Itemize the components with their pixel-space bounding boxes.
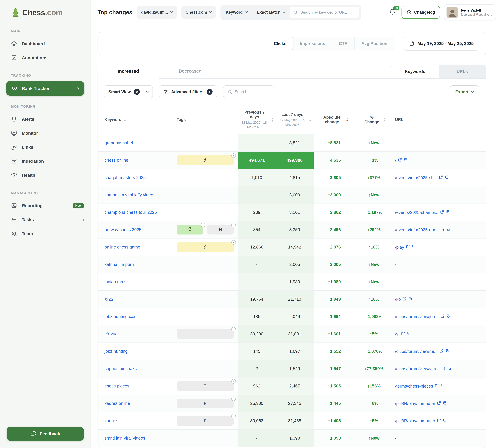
changelog-button[interactable]: Changelog — [401, 6, 440, 19]
tab-increased[interactable]: Increased — [98, 64, 159, 78]
url-link[interactable]: /events/info/2025-sh... — [395, 175, 437, 180]
tab-urls[interactable]: URLs — [439, 65, 486, 78]
column-header-previous[interactable]: Previous 7 days12 May 2025 - 18 May 2025… — [238, 105, 276, 134]
external-link-icon[interactable] — [435, 384, 439, 389]
keyword-tag[interactable]: − — [177, 225, 203, 235]
sidebar-item-indexation[interactable]: Indexation — [0, 154, 91, 168]
keyword-link[interactable]: xadrez online — [104, 401, 130, 406]
url-link[interactable]: /play — [395, 245, 404, 250]
sidebar-item-health[interactable]: Health — [0, 168, 91, 182]
keyword-link[interactable]: katrina lim porn — [104, 262, 134, 267]
global-search-input[interactable] — [300, 10, 356, 15]
remove-tag-icon[interactable]: − — [231, 240, 236, 245]
sidebar-item-dashboard[interactable]: Dashboard — [0, 37, 91, 51]
external-link-icon[interactable] — [401, 332, 405, 336]
keyword-link[interactable]: xadrez — [104, 418, 117, 423]
date-range-picker[interactable]: May 19, 2025 - May 25, 2025 — [404, 37, 479, 50]
property-dropdown[interactable]: Chess.com — [182, 6, 216, 19]
sort-icon-active[interactable]: ▲▼ — [346, 117, 349, 122]
sort-icon[interactable]: ▲▼ — [309, 117, 311, 122]
keyword-link[interactable]: norway chess 2025 — [104, 227, 141, 232]
keyword-link[interactable]: 체스 — [104, 297, 113, 302]
keyword-link[interactable]: sharjah masters 2025 — [104, 175, 146, 180]
remove-tag-icon[interactable]: − — [231, 327, 236, 332]
url-link[interactable]: /vi — [395, 332, 399, 336]
sidebar-item-tasks[interactable]: Tasks — [0, 213, 91, 227]
keyword-tag[interactable]: T− — [177, 381, 234, 391]
sort-icon[interactable]: ▲▼ — [124, 117, 126, 122]
tab-ctr[interactable]: CTR — [332, 37, 355, 50]
keyword-link[interactable]: cờ vua — [104, 332, 118, 336]
sidebar-item-monitor[interactable]: Monitor — [0, 126, 91, 140]
tab-decreased[interactable]: Decreased — [159, 64, 221, 78]
external-link-icon[interactable] — [440, 210, 444, 215]
copy-icon[interactable] — [446, 210, 450, 215]
keyword-link[interactable]: jobz hunting xxx — [104, 314, 135, 319]
sidebar-item-team[interactable]: Team — [0, 227, 91, 240]
sort-icon[interactable]: ▲▼ — [271, 117, 274, 122]
tab-clicks[interactable]: Clicks — [267, 37, 293, 50]
filter-type-dropdown[interactable]: Keyword — [222, 6, 251, 19]
tab-keywords[interactable]: Keywords — [391, 65, 439, 78]
column-header-percent-change[interactable]: % Change▲▼ — [355, 105, 393, 134]
column-header-last[interactable]: Last 7 days19 May 2025 - 25 May 2025▲▼ — [276, 105, 314, 134]
keyword-tag[interactable]: ♗− — [177, 155, 234, 165]
keyword-link[interactable]: chess pieces — [104, 384, 129, 388]
sidebar-item-alerts[interactable]: Alerts — [0, 112, 91, 126]
keyword-tag[interactable]: P− — [177, 399, 234, 408]
remove-tag-icon[interactable]: − — [231, 397, 236, 401]
account-dropdown[interactable]: david.kaufm... — [137, 6, 177, 19]
tab-impressions[interactable]: Impressions — [293, 37, 332, 50]
copy-icon[interactable] — [447, 366, 451, 371]
keyword-link[interactable]: champions chess tour 2025 — [104, 210, 157, 215]
tab-avg-position[interactable]: Avg Position — [355, 37, 394, 50]
external-link-icon[interactable] — [402, 297, 406, 302]
copy-icon[interactable] — [443, 418, 447, 423]
keyword-link[interactable]: indian mms — [104, 279, 126, 284]
copy-icon[interactable] — [445, 349, 449, 354]
keyword-tag[interactable]: P− — [177, 416, 234, 426]
copy-icon[interactable] — [445, 175, 448, 180]
external-link-icon[interactable] — [439, 175, 443, 180]
keyword-link[interactable]: katrina lim viral kiffy video — [104, 192, 153, 197]
match-type-dropdown[interactable]: Exact Match — [253, 6, 289, 19]
external-link-icon[interactable] — [437, 418, 441, 423]
url-link[interactable]: /terms/chess-pieces — [395, 384, 433, 389]
external-link-icon[interactable] — [437, 401, 441, 406]
url-link[interactable]: /events/2025-champi... — [395, 210, 438, 215]
url-link[interactable]: /pt-BR/play/computer — [395, 418, 435, 423]
sort-icon[interactable]: ▲▼ — [383, 117, 385, 122]
keyword-link[interactable]: grandpashabet — [104, 140, 133, 145]
export-button[interactable]: Export — [450, 85, 479, 98]
copy-icon[interactable] — [412, 245, 415, 250]
keyword-tag[interactable]: i− — [177, 329, 234, 339]
smart-view-dropdown[interactable]: Smart View 0 — [104, 85, 153, 98]
keyword-tag[interactable]: ♗− — [177, 242, 234, 252]
url-link[interactable]: / — [395, 158, 396, 163]
copy-icon[interactable] — [408, 297, 412, 302]
notifications-bell-icon[interactable]: 99 — [387, 7, 397, 18]
remove-tag-icon[interactable]: − — [231, 414, 236, 418]
copy-icon[interactable] — [404, 158, 408, 163]
chess-com-logo[interactable]: Chess.com — [0, 7, 91, 18]
sidebar-item-reporting[interactable]: Reporting New — [0, 199, 91, 213]
url-link[interactable]: /clubs/forum/view/ne... — [395, 349, 438, 354]
remove-tag-icon[interactable]: − — [201, 223, 205, 227]
keyword-link[interactable]: online chess game — [104, 245, 140, 249]
advanced-filters-button[interactable]: Advanced filters 1 — [159, 85, 217, 98]
sidebar-item-links[interactable]: Links — [0, 140, 91, 154]
keyword-link[interactable]: smriti jain viral videos — [104, 436, 145, 440]
column-header-absolute-change[interactable]: Absolute change▲▼ — [314, 105, 355, 134]
url-link[interactable]: /events/info/2025-nor... — [395, 227, 439, 232]
copy-icon[interactable] — [407, 332, 411, 336]
copy-icon[interactable] — [446, 314, 450, 319]
remove-tag-icon[interactable]: − — [231, 223, 236, 227]
keyword-link[interactable]: sophie rain leaks — [104, 366, 137, 371]
keyword-link[interactable]: jobz hunting — [104, 349, 128, 354]
keyword-link[interactable]: chess online — [104, 158, 128, 162]
feedback-button[interactable]: Feedback — [7, 427, 84, 441]
column-header-keyword[interactable]: Keyword▲▼ — [98, 105, 175, 134]
remove-tag-icon[interactable]: − — [231, 153, 236, 158]
external-link-icon[interactable] — [439, 349, 443, 354]
external-link-icon[interactable] — [398, 158, 402, 163]
